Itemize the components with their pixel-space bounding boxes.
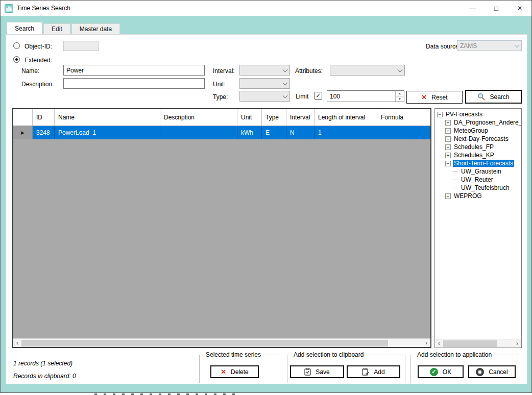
tree-item[interactable]: +Next-Day-Forecasts: [435, 135, 521, 143]
cell-formula[interactable]: [377, 126, 430, 139]
cell-unit[interactable]: kWh: [237, 126, 262, 139]
clipboard-save-icon: [304, 368, 311, 376]
tree-item-label[interactable]: MeteoGroup: [453, 127, 489, 134]
reset-button-label: Reset: [431, 94, 447, 101]
collapse-icon[interactable]: −: [445, 161, 451, 166]
grid-row-selected[interactable]: ▶ 3248 PowerLoad_1 kWh E N 1: [13, 126, 430, 139]
tree-item-label[interactable]: Short-Term-Forecasts: [453, 160, 514, 167]
expand-icon[interactable]: +: [445, 153, 451, 158]
app-icon: [5, 4, 13, 13]
scroll-left-icon[interactable]: ‹: [13, 339, 21, 347]
data-source-value: ZAMS: [460, 42, 515, 50]
expand-icon[interactable]: +: [445, 120, 451, 126]
grid-horizontal-scrollbar[interactable]: ‹ ›: [13, 338, 430, 347]
clipboard-add-icon: [362, 368, 369, 376]
add-button[interactable]: Add: [347, 365, 400, 378]
tree-item[interactable]: +Schedules_FP: [435, 143, 521, 151]
group-label: Add selection to application: [415, 351, 494, 358]
titlebar: Time Series Search — □ ✕: [1, 1, 531, 16]
tree-item-label[interactable]: Next-Day-Forecasts: [453, 135, 510, 142]
grid-header-id[interactable]: ID: [33, 109, 55, 126]
scroll-left-icon[interactable]: ‹: [435, 340, 443, 348]
tree-item[interactable]: UW_Reuter: [435, 176, 521, 184]
tree-item[interactable]: +DA_Prognosen_Andere_: [435, 118, 521, 127]
tree-item[interactable]: UW_Graustein: [435, 167, 521, 176]
limit-input[interactable]: 100 ▲ ▼: [327, 90, 404, 102]
data-source-label: Data source:: [426, 43, 461, 50]
cell-description[interactable]: [160, 126, 237, 139]
delete-button-label: Delete: [231, 368, 249, 376]
chevron-down-icon: [283, 67, 288, 72]
expand-icon[interactable]: +: [445, 193, 451, 199]
collapse-icon[interactable]: −: [437, 112, 443, 117]
grid-header-unit[interactable]: Unit: [237, 109, 262, 126]
grid-header-name[interactable]: Name: [55, 109, 160, 126]
reset-button[interactable]: ✕ Reset: [406, 91, 463, 104]
expand-icon[interactable]: +: [445, 144, 451, 150]
grid-header-type[interactable]: Type: [262, 109, 286, 126]
ok-button[interactable]: ✓ OK: [418, 365, 464, 378]
scrollbar-thumb[interactable]: [21, 340, 388, 347]
tree-item-label[interactable]: Schedules_KP: [453, 152, 495, 159]
window-controls: — □ ✕: [461, 1, 531, 16]
reset-x-icon: ✕: [421, 93, 427, 101]
tree-item-label[interactable]: UW_Reuter: [460, 176, 494, 183]
tree-item-label[interactable]: DA_Prognosen_Andere_: [453, 119, 521, 126]
name-label: Name:: [21, 67, 39, 75]
check-icon: ✓: [431, 368, 436, 375]
grid-header-length-of-interval[interactable]: Length of interval: [315, 109, 377, 126]
spin-down-icon[interactable]: ▼: [396, 96, 404, 102]
tab-master-data[interactable]: Master data: [71, 23, 120, 34]
tree-item[interactable]: −PV-Forecasts: [435, 110, 521, 118]
tree-horizontal-scrollbar[interactable]: ‹ ›: [435, 339, 521, 348]
spin-up-icon[interactable]: ▲: [396, 91, 404, 96]
tree-item[interactable]: +Schedules_KP: [435, 151, 521, 159]
delete-button[interactable]: ✕ Delete: [210, 365, 259, 378]
tab-edit[interactable]: Edit: [43, 23, 70, 34]
chevron-down-icon: [283, 80, 288, 85]
tree-item[interactable]: +WEPROG: [435, 192, 521, 200]
extended-radio[interactable]: [13, 56, 20, 63]
tree-item[interactable]: UW_Teufelsbruch: [435, 184, 521, 192]
cell-id[interactable]: 3248: [33, 126, 55, 139]
search-button[interactable]: Search: [465, 90, 522, 104]
clipboard-status: Records in clipboard: 0: [13, 373, 76, 380]
close-button[interactable]: ✕: [508, 1, 531, 16]
tree-item[interactable]: +MeteoGroup: [435, 127, 521, 135]
cell-length-of-interval[interactable]: 1: [315, 126, 377, 139]
scroll-right-icon[interactable]: ›: [513, 340, 521, 348]
object-id-radio[interactable]: [13, 42, 20, 49]
cell-type[interactable]: E: [262, 126, 286, 139]
cell-name[interactable]: PowerLoad_1: [55, 126, 160, 139]
tree-item[interactable]: −Short-Term-Forecasts: [435, 159, 521, 167]
cell-interval[interactable]: N: [286, 126, 315, 139]
tree-item-label[interactable]: PV-Forecasts: [445, 111, 483, 118]
grid-header-selector: [13, 109, 33, 126]
expand-icon[interactable]: +: [445, 128, 451, 134]
window-frame: Search Edit Master data Object-ID: Exten…: [1, 16, 531, 392]
maximize-button[interactable]: □: [485, 1, 508, 16]
tab-search[interactable]: Search: [7, 22, 42, 34]
save-button[interactable]: Save: [290, 365, 344, 378]
screen: Time Series Search — □ ✕ Search Edit Mas…: [0, 0, 532, 395]
tab-strip: Search Edit Master data: [7, 22, 120, 34]
cancel-button-label: Cancel: [489, 368, 507, 376]
tree-item-label[interactable]: UW_Graustein: [460, 168, 502, 175]
minimize-button[interactable]: —: [461, 1, 485, 16]
scroll-right-icon[interactable]: ›: [422, 339, 430, 347]
name-input[interactable]: Power: [63, 65, 205, 76]
tree-item-label[interactable]: UW_Teufelsbruch: [460, 184, 511, 191]
scrollbar-thumb[interactable]: [443, 340, 497, 347]
expand-icon[interactable]: +: [445, 136, 451, 142]
grid-header-description[interactable]: Description: [160, 109, 237, 126]
limit-value: 100: [327, 91, 395, 102]
extended-label: Extended:: [25, 57, 52, 64]
tree-item-label[interactable]: Schedules_FP: [453, 143, 495, 151]
description-input[interactable]: [63, 78, 205, 89]
chevron-down-icon: [515, 42, 520, 47]
cancel-button[interactable]: Cancel: [468, 365, 516, 378]
tree-item-label[interactable]: WEPROG: [453, 192, 483, 200]
grid-header-formula[interactable]: Formula: [377, 109, 430, 126]
limit-checkbox[interactable]: ✓: [315, 92, 322, 100]
grid-header-interval[interactable]: Interval: [286, 109, 315, 126]
